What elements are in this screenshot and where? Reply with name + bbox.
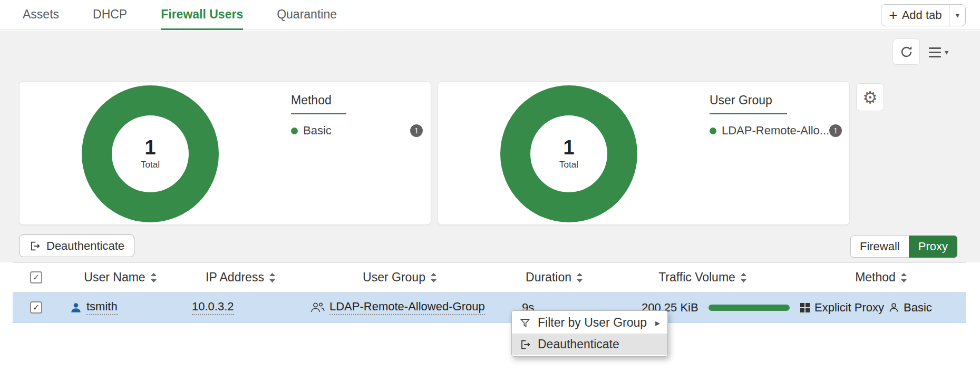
cell-user-name[interactable]: tsmith [60, 300, 181, 315]
context-menu-item-deauthenticate[interactable]: Deauthenticate [512, 334, 667, 355]
method-legend: Method Basic 1 [291, 93, 423, 138]
donut-center: 1 Total [530, 115, 607, 192]
method-chart-card: 1 Total Method Basic 1 [19, 81, 431, 225]
legend-color-dot [710, 128, 716, 134]
tab-list: Assets DHCP Firewall Users Quarantine [23, 0, 337, 30]
tab-assets[interactable]: Assets [23, 0, 59, 30]
chevron-down-icon: ▾ [945, 48, 948, 56]
app-root: Assets DHCP Firewall Users Quarantine + … [0, 0, 980, 372]
legend-item-basic[interactable]: Basic 1 [291, 124, 423, 138]
column-header-ip-address[interactable]: IP Address [181, 270, 300, 285]
donut-total-value: 1 [144, 138, 156, 158]
legend-color-dot [291, 128, 298, 134]
tab-quarantine[interactable]: Quarantine [277, 0, 337, 30]
gear-icon: ⚙ [862, 87, 878, 107]
column-header-method[interactable]: Method [797, 270, 966, 285]
column-label: Method [855, 270, 896, 285]
deauthenticate-button[interactable]: Deauthenticate [19, 234, 134, 257]
settings-button[interactable]: ⚙ [856, 83, 884, 111]
method-auth-value: Basic [904, 301, 932, 315]
context-menu-item-label: Deauthenticate [538, 337, 619, 351]
logout-icon [519, 339, 531, 350]
sort-icon[interactable] [269, 273, 276, 282]
hamburger-menu-button[interactable]: ▾ [929, 43, 958, 61]
legend-item-ldap-group[interactable]: LDAP-Remote-Allo... 1 [710, 124, 841, 138]
count-badge: 1 [410, 124, 423, 137]
user-name-value[interactable]: tsmith [86, 300, 118, 315]
legend-title: Method [291, 93, 346, 114]
method-donut-chart[interactable]: 1 Total [82, 85, 219, 222]
table-header-row: ✓ User Name IP Address User Group Durati… [13, 262, 966, 292]
hamburger-icon [929, 47, 941, 57]
cell-user-group[interactable]: LDAP-Remote-Allowed-Group [300, 300, 500, 315]
context-menu: Filter by User Group ▸ Deauthenticate [511, 310, 668, 357]
add-tab-button[interactable]: + Add tab ▾ [881, 4, 966, 26]
person-outline-icon [888, 302, 899, 313]
user-group-donut-chart[interactable]: 1 Total [500, 85, 637, 222]
column-header-traffic-volume[interactable]: Traffic Volume [609, 270, 797, 285]
donut-center: 1 Total [112, 115, 189, 192]
firewall-users-table: ✓ User Name IP Address User Group Durati… [13, 262, 966, 323]
column-label: User Name [84, 270, 145, 285]
deauthenticate-label: Deauthenticate [46, 239, 124, 253]
user-group-icon [311, 302, 325, 313]
method-proxy-value: Explicit Proxy [814, 301, 884, 315]
filter-icon [519, 317, 531, 329]
row-checkbox[interactable]: ✓ [30, 301, 42, 314]
refresh-icon [899, 45, 914, 59]
user-icon [70, 302, 82, 314]
toggle-option-firewall[interactable]: Firewall [850, 236, 909, 258]
sort-icon[interactable] [576, 273, 583, 282]
column-label: IP Address [206, 270, 264, 285]
legend-label: LDAP-Remote-Allo... [722, 124, 829, 138]
explicit-proxy-icon [800, 302, 810, 313]
column-label: Traffic Volume [658, 270, 735, 285]
cell-method: Explicit Proxy Basic [797, 301, 966, 315]
column-header-user-name[interactable]: User Name [60, 270, 181, 285]
sort-icon[interactable] [430, 273, 437, 282]
sort-icon[interactable] [900, 273, 907, 282]
chevron-down-icon[interactable]: ▾ [949, 11, 965, 20]
toggle-option-proxy[interactable]: Proxy [909, 236, 957, 258]
column-header-duration[interactable]: Duration [500, 270, 609, 285]
donut-total-value: 1 [563, 138, 574, 158]
context-menu-item-filter-by-user-group[interactable]: Filter by User Group ▸ [512, 312, 667, 334]
tab-bar: Assets DHCP Firewall Users Quarantine + … [0, 0, 980, 30]
legend-label: Basic [303, 124, 332, 138]
count-badge: 1 [829, 124, 842, 137]
ip-address-value[interactable]: 10.0.3.2 [192, 300, 234, 315]
add-tab-label: Add tab [902, 8, 942, 22]
user-group-value[interactable]: LDAP-Remote-Allowed-Group [329, 300, 485, 315]
logout-icon [29, 240, 41, 252]
table-row[interactable]: ✓ tsmith 10.0.3.2 LDAP-Remote-Al [13, 292, 966, 323]
donut-total-label: Total [141, 160, 160, 170]
column-label: User Group [363, 270, 425, 285]
sort-icon[interactable] [740, 273, 747, 282]
plus-icon: + [881, 8, 901, 23]
user-group-chart-card: 1 Total User Group LDAP-Remote-Allo... 1 [438, 81, 850, 225]
refresh-button[interactable] [892, 38, 920, 65]
legend-title: User Group [710, 93, 787, 114]
column-header-user-group[interactable]: User Group [300, 270, 500, 285]
select-all-checkbox[interactable]: ✓ [30, 271, 42, 283]
submenu-arrow-icon: ▸ [655, 317, 660, 329]
column-label: Duration [526, 270, 571, 285]
tab-dhcp[interactable]: DHCP [93, 0, 127, 30]
user-group-legend: User Group LDAP-Remote-Allo... 1 [710, 93, 841, 138]
sort-icon[interactable] [150, 273, 157, 282]
donut-total-label: Total [559, 160, 578, 170]
context-menu-item-label: Filter by User Group [538, 316, 647, 330]
tab-firewall-users[interactable]: Firewall Users [161, 0, 243, 30]
cell-ip-address[interactable]: 10.0.3.2 [181, 300, 300, 315]
firewall-proxy-toggle: Firewall Proxy [850, 236, 957, 258]
traffic-volume-bar [709, 305, 790, 311]
